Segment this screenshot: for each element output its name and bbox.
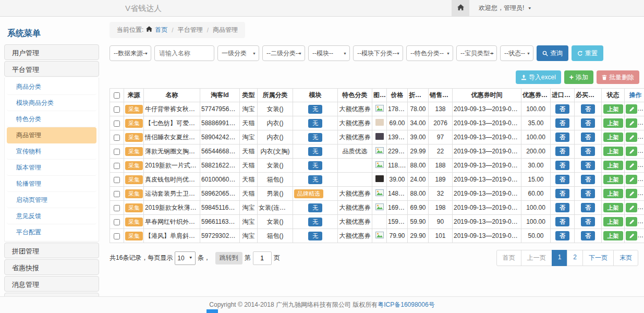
status-toggle[interactable]: 上架 bbox=[603, 203, 623, 212]
footer: Copyright © 2014-2018 广州九驰网络科技有限公司 版权所有 … bbox=[0, 296, 644, 313]
must-buy-toggle[interactable]: 否 bbox=[581, 161, 595, 170]
edit-button[interactable] bbox=[626, 104, 637, 114]
row-checkbox[interactable] bbox=[114, 106, 120, 113]
sidebar-item-商品分类[interactable]: 商品分类 bbox=[7, 79, 96, 95]
sidebar-group-消息管理[interactable]: 消息管理 bbox=[4, 276, 99, 292]
page-number-input[interactable] bbox=[253, 251, 272, 265]
product-image-icon bbox=[375, 148, 384, 155]
sidebar-group-省惠快报[interactable]: 省惠快报 bbox=[4, 259, 99, 275]
import-select-toggle[interactable]: 否 bbox=[555, 231, 569, 240]
product-type: 天猫 bbox=[240, 173, 258, 187]
status-toggle[interactable]: 上架 bbox=[603, 147, 623, 156]
status-select[interactable]: --状态--▼ bbox=[500, 45, 533, 61]
must-buy-toggle[interactable]: 否 bbox=[581, 231, 595, 240]
edit-button[interactable] bbox=[626, 217, 637, 226]
status-toggle[interactable]: 上架 bbox=[603, 104, 623, 114]
edit-button[interactable] bbox=[626, 189, 637, 198]
status-toggle[interactable]: 上架 bbox=[603, 217, 623, 226]
pager-button-下一页[interactable]: 下一页 bbox=[582, 250, 614, 266]
select-all-checkbox[interactable] bbox=[114, 92, 120, 99]
row-checkbox[interactable] bbox=[114, 191, 120, 197]
jump-button[interactable]: 跳转到 bbox=[215, 252, 242, 264]
import-select-toggle[interactable]: 否 bbox=[555, 133, 569, 142]
must-buy-toggle[interactable]: 否 bbox=[581, 203, 595, 212]
must-buy-toggle[interactable]: 否 bbox=[581, 217, 595, 226]
must-buy-toggle[interactable]: 否 bbox=[581, 133, 595, 142]
import-excel-button[interactable]: 导入excel bbox=[516, 70, 561, 84]
reset-button[interactable]: 重置 bbox=[572, 45, 603, 61]
edit-button[interactable] bbox=[626, 133, 637, 142]
icp-link[interactable]: 粤ICP备16098006号 bbox=[378, 300, 434, 309]
edit-button[interactable] bbox=[626, 203, 637, 212]
status-toggle[interactable]: 上架 bbox=[603, 231, 623, 240]
status-toggle[interactable]: 上架 bbox=[603, 189, 623, 198]
must-buy-toggle[interactable]: 否 bbox=[581, 147, 595, 156]
import-select-toggle[interactable]: 否 bbox=[555, 203, 569, 212]
sidebar-item-特色分类[interactable]: 特色分类 bbox=[7, 111, 96, 127]
import-select-toggle[interactable]: 否 bbox=[555, 161, 569, 170]
edit-button[interactable] bbox=[626, 175, 637, 184]
edit-button[interactable] bbox=[626, 118, 637, 128]
sidebar-item-轮播管理[interactable]: 轮播管理 bbox=[7, 176, 96, 192]
row-checkbox[interactable] bbox=[114, 219, 120, 225]
item-type-select[interactable]: --宝贝类型--▼ bbox=[456, 45, 497, 61]
sidebar-group-拼团管理[interactable]: 拼团管理 bbox=[4, 243, 99, 258]
row-checkbox[interactable] bbox=[114, 205, 120, 211]
level1-category-select[interactable]: 一级分类▼ bbox=[217, 45, 259, 61]
must-buy-toggle[interactable]: 否 bbox=[581, 104, 595, 114]
discount-price: 24.00 bbox=[408, 173, 429, 187]
sidebar-group-平台管理[interactable]: 平台管理 bbox=[4, 61, 99, 77]
sidebar-item-启动页管理[interactable]: 启动页管理 bbox=[7, 192, 96, 208]
row-checkbox[interactable] bbox=[114, 177, 120, 183]
name-search-input[interactable] bbox=[154, 45, 214, 61]
sidebar-item-版本管理[interactable]: 版本管理 bbox=[7, 160, 96, 176]
sidebar-item-模块商品分类[interactable]: 模块商品分类 bbox=[7, 95, 96, 111]
pager-button-上一页[interactable]: 上一页 bbox=[521, 250, 552, 266]
edit-button[interactable] bbox=[626, 161, 637, 170]
level2-category-select[interactable]: --二级分类--▼ bbox=[262, 45, 305, 61]
row-checkbox[interactable] bbox=[114, 163, 120, 169]
column-header: 来源 bbox=[124, 89, 144, 102]
row-checkbox[interactable] bbox=[114, 121, 120, 127]
row-checkbox[interactable] bbox=[114, 135, 120, 141]
status-toggle[interactable]: 上架 bbox=[603, 118, 623, 128]
batch-delete-button[interactable]: 批量删除 bbox=[597, 70, 639, 84]
pager-button-2[interactable]: 2 bbox=[567, 250, 583, 266]
status-toggle[interactable]: 上架 bbox=[603, 133, 623, 142]
edit-button[interactable] bbox=[626, 231, 637, 240]
coupon-amount: 50.00 bbox=[521, 229, 551, 243]
user-menu[interactable]: 欢迎您，管理员! ▼ bbox=[479, 4, 532, 13]
import-select-toggle[interactable]: 否 bbox=[555, 118, 569, 128]
row-checkbox[interactable] bbox=[114, 233, 120, 239]
breadcrumb-home-link[interactable]: 首页 bbox=[155, 26, 167, 34]
pager-button-末页[interactable]: 末页 bbox=[613, 250, 638, 266]
per-page-select[interactable]: 10 ▼ bbox=[175, 251, 195, 265]
import-select-toggle[interactable]: 否 bbox=[555, 217, 569, 226]
sidebar-group-用户管理[interactable]: 用户管理 bbox=[4, 44, 99, 60]
import-select-toggle[interactable]: 否 bbox=[555, 147, 569, 156]
home-button[interactable] bbox=[452, 0, 469, 16]
import-select-toggle[interactable]: 否 bbox=[555, 175, 569, 184]
must-buy-toggle[interactable]: 否 bbox=[581, 189, 595, 198]
sidebar-item-商品管理[interactable]: 商品管理 bbox=[7, 127, 96, 143]
sidebar-item-宣传物料[interactable]: 宣传物料 bbox=[7, 143, 96, 160]
import-select-toggle[interactable]: 否 bbox=[555, 104, 569, 114]
sidebar-item-平台配置[interactable]: 平台配置 bbox=[7, 224, 96, 240]
module-sub-category-select[interactable]: --模块下分类--▼ bbox=[353, 45, 403, 61]
must-buy-toggle[interactable]: 否 bbox=[581, 118, 595, 128]
pager-button-1[interactable]: 1 bbox=[552, 250, 568, 266]
status-toggle[interactable]: 上架 bbox=[603, 175, 623, 184]
data-source-select[interactable]: --数据来源--▼ bbox=[110, 45, 151, 61]
module-select[interactable]: --模块--▼ bbox=[308, 45, 350, 61]
sidebar-item-意见反馈[interactable]: 意见反馈 bbox=[7, 208, 96, 224]
row-checkbox[interactable] bbox=[114, 149, 120, 155]
import-select-toggle[interactable]: 否 bbox=[555, 189, 569, 198]
feature-category-select[interactable]: --特色分类--▼ bbox=[406, 45, 453, 61]
edit-button[interactable] bbox=[626, 147, 637, 156]
pager-button-首页[interactable]: 首页 bbox=[496, 250, 521, 266]
add-button[interactable]: + 添加 bbox=[564, 70, 593, 84]
status-toggle[interactable]: 上架 bbox=[603, 161, 623, 170]
must-buy-toggle[interactable]: 否 bbox=[581, 175, 595, 184]
search-button[interactable]: 查询 bbox=[537, 45, 568, 61]
coupon-amount: 200.00 bbox=[521, 145, 551, 159]
